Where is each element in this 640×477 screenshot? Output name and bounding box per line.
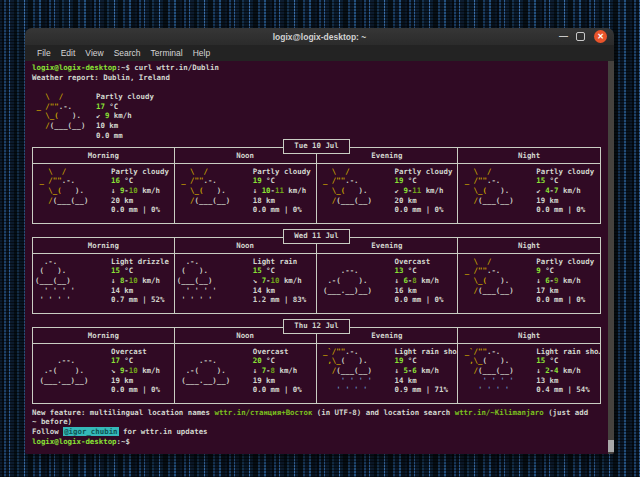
visibility: 18 km bbox=[253, 196, 311, 206]
visibility: 16 km bbox=[395, 286, 444, 296]
visibility: 13 km bbox=[536, 376, 600, 386]
condition-label: Partly cloudy bbox=[111, 167, 169, 177]
forecast-days: Tue 10 JulMorningNoonEveningNight \ / _ … bbox=[32, 139, 600, 404]
forecast-day: Tue 10 JulMorningNoonEveningNight \ / _ … bbox=[32, 139, 601, 224]
temperature: 15 °C bbox=[536, 176, 594, 186]
wind: ↓ 6-8 km/h bbox=[395, 276, 444, 286]
condition-label: Partly cloudy bbox=[253, 167, 311, 177]
condition-label: Overcast bbox=[253, 347, 302, 357]
weather-art: \ / _ /"".-. \_( ). /(___(__) bbox=[35, 167, 111, 223]
minimize-button[interactable]: — bbox=[559, 33, 567, 41]
column-header: Night bbox=[458, 238, 600, 254]
blank-line bbox=[32, 82, 600, 92]
date-label: Thu 12 Jul bbox=[283, 319, 350, 334]
forecast-table: MorningNoonEveningNight \ / _ /"".-. \_(… bbox=[32, 147, 601, 224]
forecast-table: MorningNoonEveningNight .--. .-( ). (___… bbox=[32, 327, 601, 404]
menu-item-view[interactable]: View bbox=[80, 48, 108, 58]
precipitation: 0.9 mm | 71% bbox=[395, 385, 459, 395]
precipitation: 0.0 mm | 0% bbox=[111, 205, 169, 215]
visibility: 10 km bbox=[96, 121, 154, 131]
forecast-cell: \ / _ /"".-. \_( ). /(___(__)Partly clou… bbox=[458, 254, 600, 313]
follow-suffix: for wttr.in updates bbox=[119, 427, 208, 436]
weather-info: Partly cloudy9 °C↓ 6-9 km/h17 km0.0 mm |… bbox=[536, 257, 594, 313]
forecast-day: Thu 12 JulMorningNoonEveningNight .--. .… bbox=[32, 319, 601, 404]
weather-art: .--. .-( ). (___.__)__) bbox=[35, 347, 111, 403]
menu-item-search[interactable]: Search bbox=[109, 48, 146, 58]
condition-label: Partly cloudy bbox=[536, 257, 594, 267]
precipitation: 0.0 mm | 0% bbox=[395, 205, 453, 215]
close-button[interactable]: ✕ bbox=[594, 30, 607, 43]
weather-art: \ / _ /"".-. \_( ). /(___(__) bbox=[460, 257, 536, 313]
weather-info: Partly cloudy19 °C↙ 9-11 km/h20 km0.0 mm… bbox=[395, 167, 453, 223]
command-text: curl wttr.in/Dublin bbox=[134, 63, 219, 72]
terminal-window[interactable]: logix@logix-desktop: ~ — ✕ File Edit Vie… bbox=[25, 28, 614, 454]
visibility: 14 km bbox=[395, 376, 459, 386]
temperature: 13 °C bbox=[395, 266, 444, 276]
date-label: Wed 11 Jul bbox=[283, 229, 350, 244]
precipitation: 0.4 mm | 54% bbox=[536, 385, 600, 395]
forecast-day: Wed 11 JulMorningNoonEveningNight .-. ( … bbox=[32, 229, 601, 314]
forecast-cell: .--. .-( ). (___.__)__)Overcast17 °C↘ 9-… bbox=[33, 344, 175, 403]
follow-handle[interactable]: @igor_chubin bbox=[63, 427, 118, 436]
menu-item-terminal[interactable]: Terminal bbox=[146, 48, 188, 58]
footer-follow-line: Follow @igor_chubin for wttr.in updates bbox=[32, 427, 600, 437]
menubar: File Edit View Search Terminal Help bbox=[25, 45, 614, 61]
window-controls: — ✕ bbox=[559, 28, 607, 45]
titlebar[interactable]: logix@logix-desktop: ~ — ✕ bbox=[25, 28, 614, 45]
visibility: 20 km bbox=[111, 196, 169, 206]
precipitation: 0.0 mm | 0% bbox=[253, 385, 302, 395]
date-label: Tue 10 Jul bbox=[283, 139, 350, 154]
weather-info: Overcast20 °C↓ 7-8 km/h19 km0.0 mm | 0% bbox=[253, 347, 302, 403]
weather-art: .--. .-( ). (___.__)__) bbox=[319, 257, 395, 313]
condition-label: Light rain sho… bbox=[536, 347, 600, 357]
weather-info: Partly cloudy15 °C↙ 4-7 km/h19 km0.0 mm … bbox=[536, 167, 594, 223]
weather-info: Light rain sho…19 °C↓ 5-6 km/h14 km0.9 m… bbox=[395, 347, 459, 403]
weather-art: _`/"".-. ,\_( ). /(___(__) ' ' ' ' ' ' '… bbox=[460, 347, 536, 403]
wind: ↓ 6-9 km/h bbox=[536, 276, 594, 286]
condition-label: Partly cloudy bbox=[395, 167, 453, 177]
precipitation: 0.0 mm | 0% bbox=[536, 205, 594, 215]
precipitation: 0.0 mm | 0% bbox=[111, 385, 160, 395]
column-header: Morning bbox=[33, 238, 175, 254]
forecast-cell: .--. .-( ). (___.__)__)Overcast20 °C↓ 7-… bbox=[175, 344, 317, 403]
temperature: 19 °C bbox=[253, 176, 311, 186]
wind: ↓ 5-6 km/h bbox=[395, 366, 459, 376]
prompt-user: logix@logix-desktop bbox=[32, 437, 117, 446]
temperature: 19 °C bbox=[395, 356, 459, 366]
wind: ↓ 9-10 km/h bbox=[111, 186, 169, 196]
forecast-cell: .-. ( ). (___(__) ' ' ' ' ' ' ' 'Light d… bbox=[33, 254, 175, 313]
scrollbar-thumb[interactable] bbox=[608, 440, 614, 452]
visibility: 14 km bbox=[253, 286, 306, 296]
forecast-cell: \ / _ /"".-. \_( ). /(___(__)Partly clou… bbox=[317, 164, 459, 223]
menu-item-edit[interactable]: Edit bbox=[56, 48, 81, 58]
weather-art: .-. ( ). (___(__) ' ' ' ' ' ' ' ' bbox=[177, 257, 253, 313]
wind: ↓ 8-10 km/h bbox=[111, 276, 169, 286]
maximize-button[interactable] bbox=[576, 32, 585, 41]
condition-label: Overcast bbox=[395, 257, 444, 267]
terminal-screen[interactable]: logix@logix-desktop:~$ curl wttr.in/Dubl… bbox=[25, 61, 614, 454]
report-title: Weather report: Dublin, Ireland bbox=[32, 73, 600, 83]
prompt-line: logix@logix-desktop:~$ curl wttr.in/Dubl… bbox=[32, 63, 600, 73]
forecast-cell: _`/"".-. ,\_( ). /(___(__) ' ' ' ' ' ' '… bbox=[317, 344, 459, 403]
menu-item-help[interactable]: Help bbox=[188, 48, 215, 58]
precipitation: 0.0 mm | 0% bbox=[536, 295, 594, 305]
precipitation: 0.0 mm | 0% bbox=[253, 205, 311, 215]
temperature: 15 °C bbox=[111, 266, 169, 276]
forecast-table: MorningNoonEveningNight .-. ( ). (___(__… bbox=[32, 237, 601, 314]
prompt-suffix: :~$ bbox=[117, 437, 135, 446]
precipitation: 1.2 mm | 83% bbox=[253, 295, 306, 305]
weather-info: Partly cloudy19 °C↓ 10-11 km/h18 km0.0 m… bbox=[253, 167, 311, 223]
temperature: 9 °C bbox=[536, 266, 594, 276]
wind: ↙ 4-7 km/h bbox=[536, 186, 594, 196]
visibility: 19 km bbox=[536, 196, 594, 206]
weather-art: \ / _ /"".-. \_( ). /(___(__) bbox=[319, 167, 395, 223]
menu-item-file[interactable]: File bbox=[32, 48, 56, 58]
scrollbar[interactable] bbox=[608, 61, 614, 454]
temperature: 15 °C bbox=[536, 356, 600, 366]
weather-info: Partly cloudy17 °C↙ 9 km/h10 km0.0 mm bbox=[96, 92, 154, 140]
footer-news-wrap: ~ before) bbox=[32, 417, 600, 427]
weather-info: Light rain15 °C↘ 7-10 km/h14 km1.2 mm | … bbox=[253, 257, 306, 313]
current-conditions: \ / _ /"".-. \_( ). /(___(__)Partly clou… bbox=[32, 92, 600, 140]
forecast-cell: \ / _ /"".-. \_( ). /(___(__)Partly clou… bbox=[33, 164, 175, 223]
condition-label: Overcast bbox=[111, 347, 160, 357]
